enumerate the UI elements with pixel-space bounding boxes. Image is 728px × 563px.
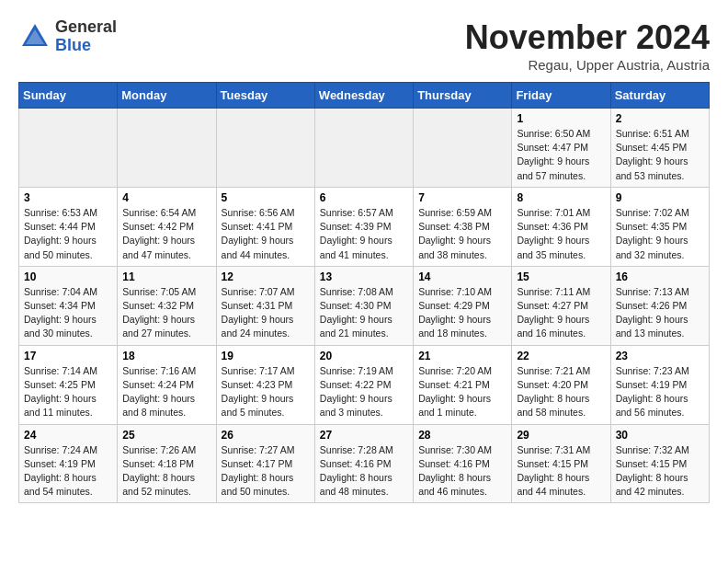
day-cell: 8Sunrise: 7:01 AM Sunset: 4:36 PM Daylig… bbox=[512, 187, 610, 266]
day-detail: Sunrise: 7:24 AM Sunset: 4:19 PM Dayligh… bbox=[24, 443, 112, 500]
day-cell: 19Sunrise: 7:17 AM Sunset: 4:23 PM Dayli… bbox=[216, 345, 314, 424]
day-cell bbox=[414, 109, 512, 188]
day-number: 28 bbox=[418, 429, 506, 442]
day-detail: Sunrise: 6:51 AM Sunset: 4:45 PM Dayligh… bbox=[616, 127, 704, 183]
day-cell: 29Sunrise: 7:31 AM Sunset: 4:15 PM Dayli… bbox=[512, 424, 610, 503]
day-number: 25 bbox=[122, 429, 210, 442]
day-number: 11 bbox=[122, 270, 210, 283]
day-cell: 7Sunrise: 6:59 AM Sunset: 4:38 PM Daylig… bbox=[414, 187, 512, 266]
day-cell: 23Sunrise: 7:23 AM Sunset: 4:19 PM Dayli… bbox=[610, 345, 709, 424]
day-number: 29 bbox=[517, 429, 605, 442]
day-number: 19 bbox=[222, 350, 310, 362]
day-number: 16 bbox=[616, 270, 704, 283]
day-cell: 13Sunrise: 7:08 AM Sunset: 4:30 PM Dayli… bbox=[314, 266, 413, 345]
day-cell: 4Sunrise: 6:54 AM Sunset: 4:42 PM Daylig… bbox=[118, 187, 216, 266]
day-number: 24 bbox=[24, 429, 112, 442]
day-number: 21 bbox=[418, 350, 506, 362]
calendar-table: SundayMondayTuesdayWednesdayThursdayFrid… bbox=[18, 82, 710, 503]
day-cell: 20Sunrise: 7:19 AM Sunset: 4:22 PM Dayli… bbox=[314, 345, 413, 424]
day-number: 23 bbox=[616, 350, 704, 362]
day-number: 5 bbox=[222, 191, 310, 204]
day-cell: 5Sunrise: 6:56 AM Sunset: 4:41 PM Daylig… bbox=[216, 187, 314, 266]
day-cell: 17Sunrise: 7:14 AM Sunset: 4:25 PM Dayli… bbox=[19, 345, 118, 424]
day-detail: Sunrise: 7:27 AM Sunset: 4:17 PM Dayligh… bbox=[222, 443, 310, 500]
header-cell-friday: Friday bbox=[512, 83, 610, 109]
day-number: 6 bbox=[320, 191, 408, 204]
header-cell-sunday: Sunday bbox=[19, 83, 118, 109]
day-detail: Sunrise: 6:57 AM Sunset: 4:39 PM Dayligh… bbox=[320, 206, 408, 262]
day-number: 12 bbox=[222, 270, 310, 283]
header-cell-saturday: Saturday bbox=[610, 83, 709, 109]
day-detail: Sunrise: 7:02 AM Sunset: 4:35 PM Dayligh… bbox=[616, 206, 704, 262]
day-cell: 15Sunrise: 7:11 AM Sunset: 4:27 PM Dayli… bbox=[512, 266, 610, 345]
week-row-5: 24Sunrise: 7:24 AM Sunset: 4:19 PM Dayli… bbox=[19, 424, 710, 503]
day-detail: Sunrise: 7:16 AM Sunset: 4:24 PM Dayligh… bbox=[122, 364, 210, 420]
header-cell-wednesday: Wednesday bbox=[314, 83, 413, 109]
logo-icon bbox=[18, 20, 51, 53]
day-number: 22 bbox=[517, 350, 605, 362]
day-number: 7 bbox=[418, 191, 506, 204]
day-number: 8 bbox=[517, 191, 605, 204]
day-number: 27 bbox=[320, 429, 408, 442]
day-detail: Sunrise: 6:59 AM Sunset: 4:38 PM Dayligh… bbox=[418, 206, 506, 262]
day-detail: Sunrise: 7:31 AM Sunset: 4:15 PM Dayligh… bbox=[517, 443, 605, 500]
day-detail: Sunrise: 7:01 AM Sunset: 4:36 PM Dayligh… bbox=[517, 206, 605, 262]
day-detail: Sunrise: 7:28 AM Sunset: 4:16 PM Dayligh… bbox=[320, 443, 408, 500]
logo: General Blue bbox=[18, 18, 117, 55]
day-cell: 30Sunrise: 7:32 AM Sunset: 4:15 PM Dayli… bbox=[610, 424, 709, 503]
day-cell: 1Sunrise: 6:50 AM Sunset: 4:47 PM Daylig… bbox=[512, 109, 610, 188]
day-cell: 3Sunrise: 6:53 AM Sunset: 4:44 PM Daylig… bbox=[19, 187, 118, 266]
header-cell-thursday: Thursday bbox=[414, 83, 512, 109]
day-detail: Sunrise: 7:10 AM Sunset: 4:29 PM Dayligh… bbox=[418, 285, 506, 341]
day-detail: Sunrise: 7:23 AM Sunset: 4:19 PM Dayligh… bbox=[616, 364, 704, 420]
day-number: 9 bbox=[616, 191, 704, 204]
day-detail: Sunrise: 7:13 AM Sunset: 4:26 PM Dayligh… bbox=[616, 285, 704, 341]
location-subtitle: Regau, Upper Austria, Austria bbox=[465, 57, 710, 73]
title-area: November 2024 Regau, Upper Austria, Aust… bbox=[465, 18, 710, 73]
day-detail: Sunrise: 7:07 AM Sunset: 4:31 PM Dayligh… bbox=[222, 285, 310, 341]
day-cell: 12Sunrise: 7:07 AM Sunset: 4:31 PM Dayli… bbox=[216, 266, 314, 345]
day-number: 20 bbox=[320, 350, 408, 362]
day-detail: Sunrise: 6:56 AM Sunset: 4:41 PM Dayligh… bbox=[222, 206, 310, 262]
week-row-2: 3Sunrise: 6:53 AM Sunset: 4:44 PM Daylig… bbox=[19, 187, 710, 266]
day-detail: Sunrise: 7:32 AM Sunset: 4:15 PM Dayligh… bbox=[616, 443, 704, 500]
day-number: 1 bbox=[517, 112, 605, 125]
header-cell-tuesday: Tuesday bbox=[216, 83, 314, 109]
day-number: 18 bbox=[122, 350, 210, 362]
day-cell: 21Sunrise: 7:20 AM Sunset: 4:21 PM Dayli… bbox=[414, 345, 512, 424]
day-number: 15 bbox=[517, 270, 605, 283]
day-number: 3 bbox=[24, 191, 112, 204]
day-detail: Sunrise: 7:30 AM Sunset: 4:16 PM Dayligh… bbox=[418, 443, 506, 500]
day-cell bbox=[19, 109, 118, 188]
day-cell: 10Sunrise: 7:04 AM Sunset: 4:34 PM Dayli… bbox=[19, 266, 118, 345]
day-cell: 11Sunrise: 7:05 AM Sunset: 4:32 PM Dayli… bbox=[118, 266, 216, 345]
day-detail: Sunrise: 6:54 AM Sunset: 4:42 PM Dayligh… bbox=[122, 206, 210, 262]
day-number: 26 bbox=[222, 429, 310, 442]
day-number: 10 bbox=[24, 270, 112, 283]
week-row-4: 17Sunrise: 7:14 AM Sunset: 4:25 PM Dayli… bbox=[19, 345, 710, 424]
month-title: November 2024 bbox=[465, 18, 710, 57]
week-row-3: 10Sunrise: 7:04 AM Sunset: 4:34 PM Dayli… bbox=[19, 266, 710, 345]
day-number: 17 bbox=[24, 350, 112, 362]
day-cell: 26Sunrise: 7:27 AM Sunset: 4:17 PM Dayli… bbox=[216, 424, 314, 503]
day-detail: Sunrise: 7:14 AM Sunset: 4:25 PM Dayligh… bbox=[24, 364, 112, 420]
calendar-header: SundayMondayTuesdayWednesdayThursdayFrid… bbox=[19, 83, 710, 109]
day-number: 13 bbox=[320, 270, 408, 283]
day-cell: 6Sunrise: 6:57 AM Sunset: 4:39 PM Daylig… bbox=[314, 187, 413, 266]
day-detail: Sunrise: 6:50 AM Sunset: 4:47 PM Dayligh… bbox=[517, 127, 605, 183]
day-number: 2 bbox=[616, 112, 704, 125]
day-detail: Sunrise: 7:08 AM Sunset: 4:30 PM Dayligh… bbox=[320, 285, 408, 341]
week-row-1: 1Sunrise: 6:50 AM Sunset: 4:47 PM Daylig… bbox=[19, 109, 710, 188]
day-detail: Sunrise: 7:20 AM Sunset: 4:21 PM Dayligh… bbox=[418, 364, 506, 420]
day-cell: 14Sunrise: 7:10 AM Sunset: 4:29 PM Dayli… bbox=[414, 266, 512, 345]
day-detail: Sunrise: 7:21 AM Sunset: 4:20 PM Dayligh… bbox=[517, 364, 605, 420]
day-cell: 16Sunrise: 7:13 AM Sunset: 4:26 PM Dayli… bbox=[610, 266, 709, 345]
day-detail: Sunrise: 7:04 AM Sunset: 4:34 PM Dayligh… bbox=[24, 285, 112, 341]
header-cell-monday: Monday bbox=[118, 83, 216, 109]
day-cell: 9Sunrise: 7:02 AM Sunset: 4:35 PM Daylig… bbox=[610, 187, 709, 266]
day-detail: Sunrise: 7:11 AM Sunset: 4:27 PM Dayligh… bbox=[517, 285, 605, 341]
day-number: 30 bbox=[616, 429, 704, 442]
day-cell: 27Sunrise: 7:28 AM Sunset: 4:16 PM Dayli… bbox=[314, 424, 413, 503]
calendar-body: 1Sunrise: 6:50 AM Sunset: 4:47 PM Daylig… bbox=[19, 109, 710, 503]
header-row: SundayMondayTuesdayWednesdayThursdayFrid… bbox=[19, 83, 710, 109]
